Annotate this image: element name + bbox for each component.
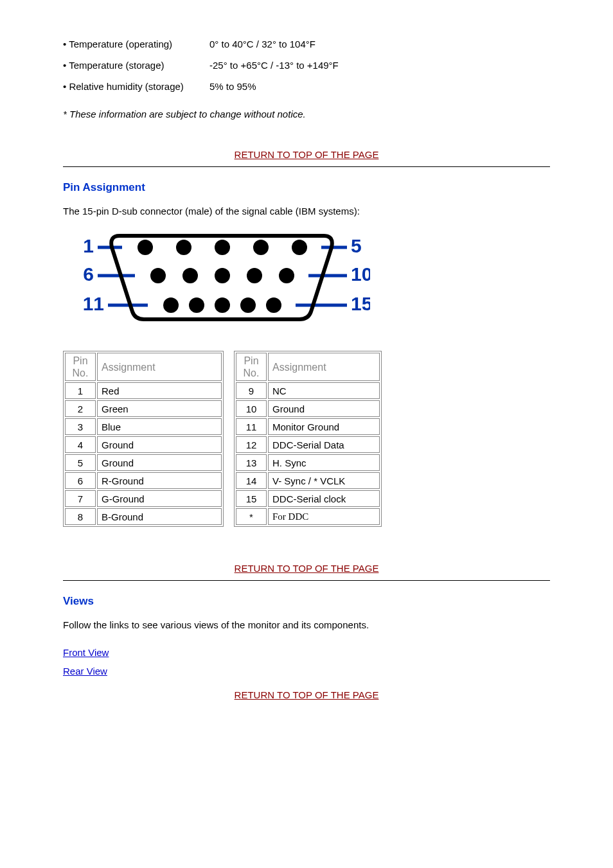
divider <box>63 580 550 581</box>
return-top-link[interactable]: RETURN TO TOP OF THE PAGE <box>235 563 379 574</box>
return-link-wrap: RETURN TO TOP OF THE PAGE <box>63 149 550 160</box>
table-row: 13H. Sync <box>236 454 380 471</box>
table-row: 14V- Sync / * VCLK <box>236 472 380 489</box>
table-row: 5Ground <box>65 454 222 471</box>
pin-table-right: PinNo. Assignment 9NC 10Ground 11Monitor… <box>234 351 382 527</box>
diagram-label-10: 10 <box>351 263 370 285</box>
svg-point-7 <box>176 240 191 255</box>
footnote: * These information are subject to chang… <box>63 109 550 120</box>
rear-view-link[interactable]: Rear View <box>63 666 107 677</box>
svg-point-20 <box>266 297 281 313</box>
front-view-link[interactable]: Front View <box>63 647 109 658</box>
diagram-label-1: 1 <box>83 235 94 256</box>
table-row: 15DDC-Serial clock <box>236 490 380 507</box>
diagram-label-6: 6 <box>83 263 94 285</box>
diagram-label-11: 11 <box>83 293 104 314</box>
return-link-wrap: RETURN TO TOP OF THE PAGE <box>63 689 550 700</box>
table-row: 11Monitor Ground <box>236 418 380 435</box>
pin-assignment-desc: The 15-pin D-sub connector (male) of the… <box>63 206 550 217</box>
table-header-pinno: PinNo. <box>236 353 267 381</box>
dsub-connector-icon: 1 6 11 5 10 15 <box>75 229 370 326</box>
views-desc: Follow the links to see various views of… <box>63 619 550 630</box>
svg-point-10 <box>292 240 307 255</box>
table-header-pinno: PinNo. <box>65 353 96 381</box>
table-row: 9NC <box>236 382 380 399</box>
table-row: 1Red <box>65 382 222 399</box>
table-row: 12DDC-Serial Data <box>236 436 380 453</box>
spec-value: 5% to 95% <box>209 81 550 92</box>
diagram-label-15: 15 <box>351 293 370 314</box>
return-top-link[interactable]: RETURN TO TOP OF THE PAGE <box>235 689 379 700</box>
svg-point-18 <box>215 297 230 313</box>
pin-table-left: PinNo. Assignment 1Red 2Green 3Blue 4Gro… <box>63 351 224 527</box>
table-row: 6R-Ground <box>65 472 222 489</box>
spec-label: • Temperature (storage) <box>63 60 209 71</box>
table-header-assign: Assignment <box>268 353 380 381</box>
svg-point-8 <box>215 240 230 255</box>
spec-row: • Temperature (operating) 0° to 40°C / 3… <box>63 39 550 49</box>
spec-label: • Temperature (operating) <box>63 39 209 49</box>
spec-value: -25° to +65°C / -13° to +149°F <box>209 60 550 71</box>
table-row: 8B-Ground <box>65 508 222 525</box>
svg-point-16 <box>163 297 179 313</box>
svg-point-6 <box>138 240 153 255</box>
table-header-assign: Assignment <box>97 353 222 381</box>
views-heading: Views <box>63 595 550 608</box>
spec-row: • Temperature (storage) -25° to +65°C / … <box>63 60 550 71</box>
svg-point-17 <box>189 297 204 313</box>
svg-point-11 <box>150 268 166 283</box>
connector-diagram: 1 6 11 5 10 15 <box>75 229 550 328</box>
divider <box>63 166 550 167</box>
spec-value: 0° to 40°C / 32° to 104°F <box>209 39 550 49</box>
spec-row: • Relative humidity (storage) 5% to 95% <box>63 81 550 92</box>
pin-assignment-heading: Pin Assignment <box>63 181 550 194</box>
table-row: 3Blue <box>65 418 222 435</box>
svg-point-13 <box>215 268 230 283</box>
pin-tables: PinNo. Assignment 1Red 2Green 3Blue 4Gro… <box>63 351 550 527</box>
svg-point-19 <box>240 297 256 313</box>
spec-label: • Relative humidity (storage) <box>63 81 209 92</box>
table-row: *For DDC <box>236 508 380 525</box>
return-top-link[interactable]: RETURN TO TOP OF THE PAGE <box>235 149 379 160</box>
diagram-label-5: 5 <box>351 235 362 256</box>
table-row: 4Ground <box>65 436 222 453</box>
svg-point-14 <box>247 268 262 283</box>
table-row: 7G-Ground <box>65 490 222 507</box>
return-link-wrap: RETURN TO TOP OF THE PAGE <box>63 563 550 574</box>
svg-point-12 <box>182 268 198 283</box>
svg-point-9 <box>253 240 269 255</box>
svg-point-15 <box>279 268 294 283</box>
table-row: 10Ground <box>236 400 380 417</box>
table-row: 2Green <box>65 400 222 417</box>
